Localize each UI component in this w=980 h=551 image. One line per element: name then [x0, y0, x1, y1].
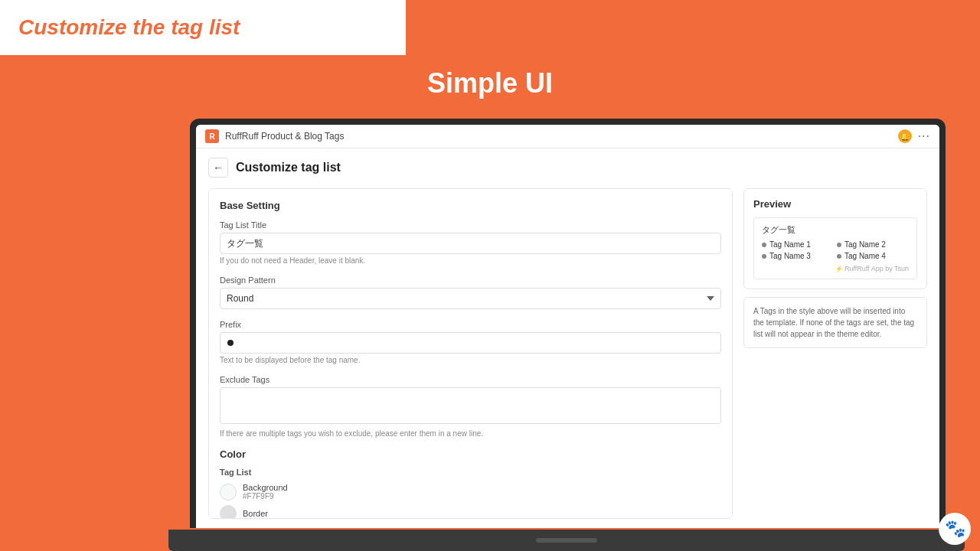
laptop-base [168, 530, 965, 551]
base-setting-title: Base Setting [220, 200, 721, 211]
page-title: Customize tag list [236, 161, 341, 174]
prefix-label: Prefix [220, 320, 721, 329]
preview-content: タグ一覧 Tag Name 1 Tag Name 2 [753, 217, 917, 279]
exclude-tags-label: Exclude Tags [220, 375, 721, 384]
titlebar-right: 🔔 ··· [898, 129, 930, 143]
tag-list-color-subtitle: Tag List [220, 468, 721, 477]
banner-title: Customize the tag list [18, 15, 240, 40]
tag-list-title-group: Tag List Title If you do not need a Head… [220, 220, 721, 265]
tag-list-title-label: Tag List Title [220, 220, 721, 230]
mascot-icon: 🐾 [939, 513, 971, 545]
prefix-hint: Text to be displayed before the tag name… [220, 356, 721, 364]
prefix-group: Prefix Text to be displayed before the t… [220, 320, 721, 364]
color-section: Color Tag List Background #F7F9F9 [220, 448, 721, 519]
tag-dot-icon [762, 254, 766, 259]
background-color-hex: #F7F9F9 [243, 492, 288, 500]
background-color-swatch[interactable] [220, 484, 237, 500]
main-layout: Base Setting Tag List Title If you do no… [208, 188, 927, 519]
info-box: A Tags in the style above will be insert… [743, 297, 927, 348]
design-pattern-select[interactable]: Round Square Pill [220, 288, 721, 309]
tag-list-title-hint: If you do not need a Header, leave it bl… [220, 256, 721, 265]
border-color-row: Border [220, 505, 721, 519]
more-options-icon[interactable]: ··· [918, 129, 930, 143]
mascot: 🐾 [939, 513, 971, 545]
background-color-info: Background #F7F9F9 [243, 483, 288, 500]
preview-title: Preview [753, 198, 917, 210]
page-content: ← Customize tag list Base Setting Tag Li… [196, 148, 939, 528]
preview-footer-text: RuffRuff App by Tsun [844, 265, 909, 272]
right-panel: Preview タグ一覧 Tag Name 1 [743, 188, 927, 519]
notification-icon[interactable]: 🔔 [898, 129, 912, 143]
info-text: A Tags in the style above will be insert… [753, 305, 917, 340]
preview-tags-grid: Tag Name 1 Tag Name 2 Tag Name 3 [762, 240, 909, 260]
list-item: Tag Name 2 [837, 240, 909, 249]
prefix-dot-icon [227, 340, 234, 346]
preview-tag-name: Tag Name 4 [844, 252, 886, 260]
border-color-swatch[interactable] [220, 505, 237, 519]
border-color-info: Border [243, 509, 268, 518]
exclude-tags-hint: If there are multiple tags you wish to e… [220, 429, 721, 438]
app-title: RuffRuff Product & Blog Tags [225, 131, 344, 142]
page-heading: Simple UI [0, 67, 980, 99]
design-pattern-label: Design Pattern [220, 276, 721, 285]
app-chrome: R RuffRuff Product & Blog Tags 🔔 ··· ← C… [196, 125, 939, 528]
preview-tag-name: Tag Name 1 [769, 240, 811, 249]
laptop-notch [536, 538, 597, 543]
titlebar-left: R RuffRuff Product & Blog Tags [205, 129, 344, 143]
app-logo-icon: R [205, 129, 219, 143]
list-item: Tag Name 4 [837, 252, 909, 260]
app-titlebar: R RuffRuff Product & Blog Tags 🔔 ··· [196, 125, 939, 148]
list-item: Tag Name 1 [762, 240, 834, 249]
tag-dot-icon [837, 254, 841, 259]
exclude-tags-group: Exclude Tags If there are multiple tags … [220, 375, 721, 438]
exclude-tags-input[interactable] [220, 387, 721, 424]
color-section-title: Color [220, 448, 721, 460]
design-pattern-group: Design Pattern Round Square Pill [220, 276, 721, 309]
background-color-row: Background #F7F9F9 [220, 483, 721, 500]
preview-footer: ⚡ RuffRuff App by Tsun [762, 265, 909, 272]
border-color-label: Border [243, 509, 268, 518]
tag-dot-icon [762, 243, 766, 247]
list-item: Tag Name 3 [762, 252, 834, 260]
page-header: ← Customize tag list [208, 158, 927, 178]
preview-tag-list-heading: タグ一覧 [762, 224, 909, 236]
tag-dot-icon [837, 243, 841, 247]
laptop-screen: R RuffRuff Product & Blog Tags 🔔 ··· ← C… [196, 125, 939, 528]
preview-tag-name: Tag Name 3 [769, 252, 811, 260]
background-color-label: Background [243, 483, 288, 492]
preview-tag-name: Tag Name 2 [844, 240, 886, 249]
preview-footer-icon: ⚡ [835, 266, 843, 272]
prefix-input-wrap [220, 332, 721, 354]
laptop-frame: R RuffRuff Product & Blog Tags 🔔 ··· ← C… [190, 119, 946, 528]
top-banner: Customize the tag list [0, 0, 406, 55]
left-panel: Base Setting Tag List Title If you do no… [208, 188, 733, 519]
prefix-input[interactable] [220, 332, 721, 354]
preview-box: Preview タグ一覧 Tag Name 1 [743, 188, 927, 289]
tag-list-title-input[interactable] [220, 233, 721, 254]
back-button[interactable]: ← [208, 158, 228, 178]
